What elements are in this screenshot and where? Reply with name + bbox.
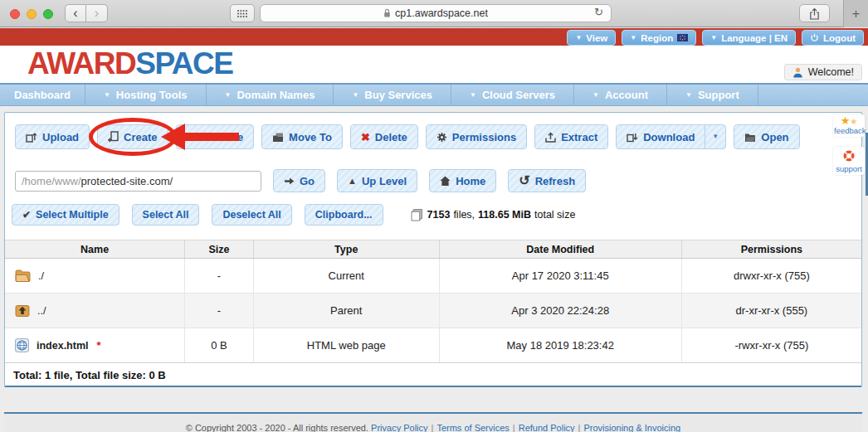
file-size: -	[185, 259, 254, 294]
share-icon	[809, 7, 820, 20]
chevron-down-icon: ▼	[470, 92, 476, 99]
move-to-button[interactable]: Move To	[261, 124, 343, 149]
nav-label: Domain Names	[237, 89, 315, 101]
table-row-parent-dir[interactable]: ../ - Parent Apr 3 2020 22:24:28 dr-xr-x…	[5, 294, 861, 328]
link-separator: |	[578, 423, 581, 432]
path-current: protected-site.com/	[81, 175, 173, 187]
feedback-badge[interactable]: ★★ feedback	[833, 114, 865, 137]
upload-label: Upload	[42, 131, 79, 143]
file-permissions: dr-xr-xr-x (555)	[681, 294, 861, 328]
provisioning-invoicing-link[interactable]: Provisioning & Invoicing	[583, 423, 680, 432]
column-header-name[interactable]: Name	[5, 240, 185, 259]
file-toolbar: Upload Create Rename	[15, 124, 800, 149]
home-button[interactable]: Home	[429, 169, 496, 192]
download-icon	[627, 132, 638, 143]
create-label: Create	[124, 131, 157, 143]
nav-item-support[interactable]: ▼ Support	[667, 85, 758, 105]
column-header-date-modified[interactable]: Date Modified	[439, 240, 681, 259]
open-folder-icon	[744, 132, 756, 143]
share-button[interactable]	[799, 4, 830, 22]
privacy-policy-link[interactable]: Privacy Policy	[371, 423, 427, 432]
home-label: Home	[456, 175, 485, 187]
select-multiple-button[interactable]: ✔ Select Multiple	[12, 204, 119, 226]
nav-item-buy-services[interactable]: ▼ Buy Services	[334, 85, 451, 105]
go-button[interactable]: Go	[273, 169, 325, 192]
column-header-size[interactable]: Size	[185, 240, 254, 259]
go-arrow-icon	[284, 176, 295, 187]
welcome-label: Welcome!	[808, 66, 854, 78]
view-button[interactable]: ▼ View	[567, 30, 616, 46]
grid-icon	[237, 9, 248, 18]
refresh-button[interactable]: ↺ Refresh	[508, 169, 586, 192]
nav-item-account[interactable]: ▼ Account	[574, 85, 667, 105]
arrow-up-icon: ▲	[348, 176, 357, 186]
minimize-window-button[interactable]	[27, 9, 37, 19]
file-table: Name Size Type Date Modified Permissions…	[5, 240, 861, 363]
nav-item-hosting-tools[interactable]: ▼ Hosting Tools	[85, 85, 207, 105]
deselect-all-label: Deselect All	[222, 209, 280, 221]
table-row-current-dir[interactable]: ./ - Current Apr 17 2020 3:11:45 drwxr-x…	[5, 259, 861, 294]
path-input[interactable]: /home/www/protected-site.com/	[15, 171, 261, 192]
life-ring-icon	[842, 149, 856, 163]
open-button[interactable]: Open	[734, 124, 799, 149]
files-stack-icon	[411, 209, 424, 221]
browser-forward-button[interactable]: ›	[86, 4, 108, 22]
logout-button[interactable]: Logout	[802, 30, 864, 46]
refund-policy-link[interactable]: Refund Policy	[519, 423, 575, 432]
language-label: Language | EN	[721, 33, 788, 43]
column-header-type[interactable]: Type	[253, 240, 439, 259]
extract-button[interactable]: Extract	[534, 124, 608, 149]
download-button[interactable]: Download	[616, 124, 705, 149]
chevron-down-icon: ▼	[225, 92, 232, 99]
download-label: Download	[643, 131, 695, 143]
chevron-down-icon: ▼	[710, 35, 717, 41]
extract-label: Extract	[561, 131, 597, 143]
nav-item-domain-names[interactable]: ▼ Domain Names	[207, 85, 334, 105]
nav-item-dashboard[interactable]: Dashboard	[0, 85, 85, 105]
extract-icon	[545, 132, 556, 143]
table-row-index-html[interactable]: index.html* 0 B HTML web page May 18 201…	[5, 328, 861, 363]
chevron-down-icon: ▼	[685, 92, 692, 99]
language-button[interactable]: ▼ Language | EN	[702, 30, 796, 46]
create-file-icon	[108, 131, 119, 143]
reload-icon[interactable]: ↻	[594, 6, 603, 18]
support-badge[interactable]: support	[833, 147, 865, 175]
clipboard-button[interactable]: Clipboard...	[305, 204, 383, 226]
address-bar[interactable]: cp1.awardspace.net ↻	[260, 4, 612, 22]
download-dropdown-button[interactable]: ▼	[705, 124, 726, 149]
deselect-all-button[interactable]: Deselect All	[212, 204, 291, 226]
html-globe-icon	[15, 338, 29, 352]
select-all-button[interactable]: Select All	[132, 204, 200, 226]
create-button-wrapper: Create	[97, 124, 168, 149]
permissions-button[interactable]: Permissions	[426, 124, 527, 149]
view-label: View	[586, 33, 607, 43]
delete-button[interactable]: ✖ Delete	[350, 124, 418, 149]
url-text: cp1.awardspace.net	[395, 7, 488, 19]
go-label: Go	[300, 175, 315, 187]
rename-button[interactable]: Rename	[176, 124, 255, 149]
chevron-down-icon: ▼	[592, 92, 599, 99]
zoom-window-button[interactable]	[43, 9, 53, 19]
browser-back-button[interactable]: ‹	[65, 4, 86, 22]
terms-of-services-link[interactable]: Terms of Services	[436, 423, 509, 432]
file-date: Apr 3 2020 22:24:28	[439, 294, 681, 328]
file-type: Current	[253, 259, 439, 294]
logout-label: Logout	[823, 33, 856, 43]
column-header-permissions[interactable]: Permissions	[681, 240, 861, 259]
select-all-label: Select All	[143, 209, 189, 221]
feedback-label: feedback	[834, 126, 864, 135]
upload-button[interactable]: Upload	[15, 124, 90, 149]
up-level-button[interactable]: ▲ Up Level	[337, 169, 417, 192]
create-button[interactable]: Create	[97, 124, 168, 149]
top-bar-buttons: ▼ View ▼ Region ▼ Language | EN	[567, 30, 864, 46]
nav-item-cloud-servers[interactable]: ▼ Cloud Servers	[451, 85, 574, 105]
close-window-button[interactable]	[10, 9, 20, 19]
feedback-stars-icon: ★★	[834, 117, 864, 126]
link-separator: |	[432, 423, 434, 432]
file-permissions: -rwxr-xr-x (755)	[681, 328, 861, 363]
logo-award: AWARD	[27, 46, 135, 80]
delete-x-icon: ✖	[361, 131, 370, 143]
region-button[interactable]: ▼ Region	[622, 30, 696, 46]
new-tab-button[interactable]: +	[843, 0, 868, 27]
tab-overview-button[interactable]	[230, 4, 255, 22]
